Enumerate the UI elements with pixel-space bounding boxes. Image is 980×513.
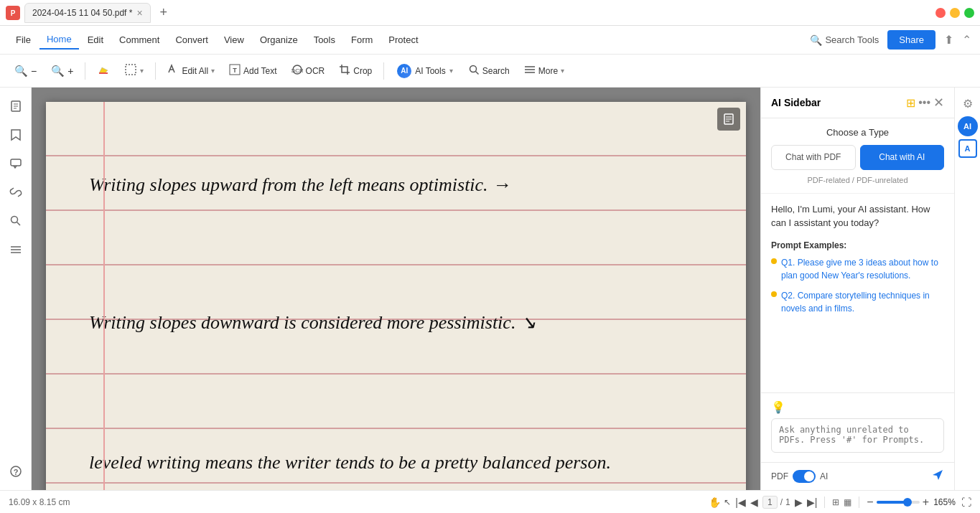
svg-line-19	[14, 191, 17, 194]
dimensions-label: 16.09 x 8.15 cm	[9, 497, 70, 507]
menu-tools[interactable]: Tools	[307, 31, 342, 49]
menu-protect[interactable]: Protect	[381, 31, 425, 49]
sidebar-layers-button[interactable]	[3, 237, 29, 263]
rect-select-button[interactable]: ▾	[118, 60, 149, 82]
left-sidebar: ?	[0, 88, 32, 490]
toolbar-separator-1	[85, 62, 85, 80]
page-size-icon[interactable]: ⊞	[832, 497, 839, 507]
ai-sidebar: AI Sidebar ⊞ ••• ✕ Choose a Type Chat wi…	[760, 88, 954, 490]
prev-page-button[interactable]: ◀	[750, 496, 758, 508]
ai-close-icon[interactable]: ✕	[933, 95, 944, 110]
pdf-text-line-2: Writing slopes downward is considered mo…	[89, 299, 703, 347]
sidebar-pages-button[interactable]	[3, 93, 29, 119]
edit-all-icon	[167, 64, 179, 77]
ai-prompt-dot-2	[771, 291, 777, 297]
search-button[interactable]: Search	[463, 61, 515, 81]
ai-type-buttons: Chat with PDF Chat with AI	[771, 145, 944, 170]
sidebar-bookmark-button[interactable]	[3, 122, 29, 148]
add-text-button[interactable]: T Add Text	[223, 60, 282, 81]
ai-bookmark-icon[interactable]: ⊞	[906, 96, 915, 110]
crop-button[interactable]: Crop	[333, 60, 378, 81]
svg-point-9	[470, 65, 476, 72]
page-layout-icon[interactable]: ▦	[844, 497, 851, 507]
ai-more-icon[interactable]: •••	[918, 96, 930, 109]
window-controls	[935, 8, 974, 18]
rect-chevron-icon: ▾	[140, 67, 144, 75]
ai-prompt-dot-1	[771, 258, 777, 264]
window-close-button[interactable]	[935, 8, 946, 18]
menu-home[interactable]: Home	[39, 30, 79, 50]
first-page-button[interactable]: |◀	[735, 496, 746, 508]
menu-convert[interactable]: Convert	[168, 31, 215, 49]
edit-all-label: Edit All	[182, 66, 208, 76]
crop-label: Crop	[353, 66, 372, 76]
right-settings-icon[interactable]: ⚙	[958, 93, 978, 113]
svg-point-20	[11, 217, 17, 223]
upload-button[interactable]: ⬆	[944, 33, 953, 47]
tab-close-icon[interactable]: ×	[136, 8, 142, 18]
menu-file[interactable]: File	[9, 31, 38, 49]
sidebar-search-button[interactable]	[3, 208, 29, 234]
ai-prompt-item-1[interactable]: Q1. Please give me 3 ideas about how to …	[771, 256, 944, 282]
chat-with-ai-button[interactable]: Chat with AI	[860, 145, 945, 170]
share-button[interactable]: Share	[887, 30, 935, 50]
svg-text:?: ?	[13, 468, 18, 476]
ai-type-subtitle: PDF-related / PDF-unrelated	[771, 176, 944, 184]
zoom-out-button[interactable]: 🔍 −	[9, 61, 42, 81]
edit-all-button[interactable]: Edit All ▾	[162, 60, 220, 81]
svg-text:P: P	[11, 9, 16, 17]
menu-organize[interactable]: Organize	[253, 31, 305, 49]
minimize-toolbar-button[interactable]: ⌃	[962, 33, 971, 47]
ai-footer-ai-label: AI	[820, 471, 828, 481]
right-panel: ⚙ AI A	[954, 88, 980, 490]
ai-send-icon[interactable]	[931, 469, 944, 484]
menu-view[interactable]: View	[217, 31, 251, 49]
toolbar-separator-3	[383, 62, 384, 80]
next-page-button[interactable]: ▶	[795, 496, 803, 508]
menubar: File Home Edit Comment Convert View Orga…	[0, 26, 980, 55]
menu-edit[interactable]: Edit	[80, 31, 111, 49]
sidebar-comment-button[interactable]	[3, 151, 29, 177]
ocr-button[interactable]: OCR OCR	[286, 60, 331, 81]
right-ai-badge[interactable]: AI	[958, 116, 978, 136]
window-minimize-button[interactable]	[950, 8, 960, 18]
ai-input-field[interactable]	[771, 418, 944, 453]
menu-form[interactable]: Form	[344, 31, 380, 49]
toolbar-separator-2	[155, 62, 156, 80]
more-button[interactable]: More ▾	[518, 60, 570, 81]
search-tools-button[interactable]: 🔍 Search Tools	[803, 31, 886, 50]
pdf-page: Writing slopes upward from the left mean…	[46, 102, 746, 490]
highlight-button[interactable]	[91, 60, 116, 82]
svg-rect-18	[11, 159, 21, 166]
svg-text:T: T	[233, 67, 237, 74]
add-text-label: Add Text	[243, 66, 276, 76]
sidebar-link-button[interactable]	[3, 179, 29, 205]
right-word-badge[interactable]: A	[958, 139, 977, 158]
ai-prompt-item-2[interactable]: Q2. Compare storytelling techniques in n…	[771, 289, 944, 315]
zoom-out-icon: 🔍	[14, 65, 28, 77]
svg-text:OCR: OCR	[291, 67, 303, 74]
page-navigation: ✋ ↖	[709, 496, 731, 508]
window-maximize-button[interactable]	[964, 8, 974, 18]
chat-with-pdf-button[interactable]: Chat with PDF	[771, 145, 856, 170]
nav-cursor-icon[interactable]: ↖	[724, 497, 731, 507]
sidebar-help-button[interactable]: ?	[3, 458, 29, 484]
new-tab-button[interactable]: +	[155, 4, 172, 22]
ai-toggle[interactable]	[793, 470, 816, 483]
ai-input-hint: 💡	[771, 400, 944, 414]
last-page-button[interactable]: ▶|	[807, 496, 818, 508]
ai-prompt-text-1[interactable]: Q1. Please give me 3 ideas about how to …	[781, 256, 944, 282]
bulb-icon: 💡	[771, 400, 785, 414]
page-thumbnail-icon[interactable]	[717, 108, 740, 131]
ai-tools-button[interactable]: AI AI Tools ▾	[390, 60, 459, 82]
fullscreen-button[interactable]: ⛶	[961, 496, 971, 508]
zoom-out-status-button[interactable]: −	[867, 496, 873, 509]
ai-prompt-text-2[interactable]: Q2. Compare storytelling techniques in n…	[781, 289, 944, 315]
current-page[interactable]: 1	[762, 496, 778, 509]
zoom-in-status-button[interactable]: +	[923, 496, 929, 509]
zoom-slider[interactable]	[877, 501, 920, 504]
menu-comment[interactable]: Comment	[112, 31, 167, 49]
tab[interactable]: 2024-04-15 11 04 50.pdf * ×	[24, 3, 151, 23]
nav-hand-icon[interactable]: ✋	[709, 496, 721, 508]
zoom-in-button[interactable]: 🔍 +	[45, 61, 79, 81]
